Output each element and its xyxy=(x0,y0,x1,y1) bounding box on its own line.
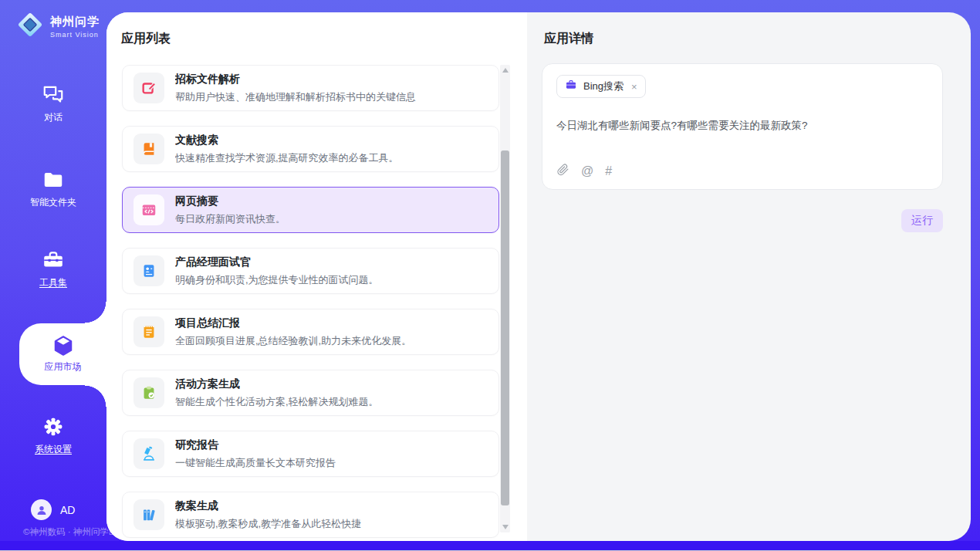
input-toolbar: @ # xyxy=(556,163,612,179)
toolbox-icon xyxy=(0,248,106,272)
app-desc: 模板驱动,教案秒成,教学准备从此轻松快捷 xyxy=(175,517,361,531)
sidebar-item-chat[interactable]: 对话 xyxy=(0,83,106,124)
browser-code-icon xyxy=(133,194,164,225)
folder-icon xyxy=(0,168,106,191)
sidebar: 神州问学 Smart Vision 对话 智能文件夹 xyxy=(0,0,106,541)
app-card-list: 招标文件解析 帮助用户快速、准确地理解和解析招标书中的关键信息 文献搜索 xyxy=(122,65,499,541)
app-name: 文献搜索 xyxy=(175,134,399,147)
app-detail-panel: 应用详情 Bing搜索 × 今日湖北有哪些新闻要点?有哪些需要关注的最新政策? xyxy=(527,12,971,541)
brand-logo-icon xyxy=(15,10,45,42)
app-name: 研究报告 xyxy=(175,438,336,452)
app-desc: 明确身份和职责,为您提供专业性的面试问题。 xyxy=(175,273,379,287)
app-card-web-summary[interactable]: 网页摘要 每日政府新闻资讯快查。 xyxy=(122,187,499,233)
paperclip-icon[interactable] xyxy=(556,163,569,179)
brand-tagline: Smart Vision xyxy=(50,31,100,39)
app-name: 招标文件解析 xyxy=(175,73,416,86)
sidebar-item-label: 智能文件夹 xyxy=(0,196,106,209)
sidebar-item-app-market[interactable]: 应用市场 xyxy=(19,323,106,385)
sidebar-item-label: 系统设置 xyxy=(0,443,106,456)
main-content: 应用列表 招标文件解析 帮助用户快速、准确地理解和解析招标书中的关键信息 xyxy=(106,12,971,541)
book-icon xyxy=(133,134,164,164)
cube-icon xyxy=(19,334,106,357)
app-desc: 智能生成个性化活动方案,轻松解决规划难题。 xyxy=(175,395,379,409)
query-input[interactable]: 今日湖北有哪些新闻要点?有哪些需要关注的最新政策? xyxy=(556,119,928,133)
user-name: AD xyxy=(60,504,75,516)
app-desc: 帮助用户快速、准确地理解和解析招标书中的关键信息 xyxy=(175,90,416,104)
sidebar-item-settings[interactable]: 系统设置 xyxy=(0,415,106,456)
app-list-title: 应用列表 xyxy=(121,31,171,47)
bottom-accent-bar xyxy=(0,541,980,550)
gear-icon xyxy=(0,415,106,438)
app-desc: 快速精准查找学术资源,提高研究效率的必备工具。 xyxy=(175,151,399,165)
app-list-panel: 应用列表 招标文件解析 帮助用户快速、准确地理解和解析招标书中的关键信息 xyxy=(106,12,527,541)
brand-name: 神州问学 xyxy=(50,15,100,29)
sidebar-item-label: 应用市场 xyxy=(19,360,106,374)
app-card-event-plan[interactable]: 活动方案生成 智能生成个性化活动方案,轻松解决规划难题。 xyxy=(122,370,499,416)
app-card-research-report[interactable]: 研究报告 一键智能生成高质量长文本研究报告 xyxy=(122,431,499,477)
edit-square-icon xyxy=(133,73,164,103)
scrollbar-thumb[interactable] xyxy=(501,150,509,505)
app-desc: 全面回顾项目进展,总结经验教训,助力未来优化发展。 xyxy=(175,334,411,348)
scroll-down-arrow-icon[interactable] xyxy=(500,522,510,532)
app-card-project-summary[interactable]: 项目总结汇报 全面回顾项目进展,总结经验教训,助力未来优化发展。 xyxy=(122,309,499,355)
app-name: 教案生成 xyxy=(175,499,361,513)
app-desc: 一键智能生成高质量长文本研究报告 xyxy=(175,456,336,470)
app-card-lesson-plan[interactable]: 教案生成 模板驱动,教案秒成,教学准备从此轻松快捷 xyxy=(122,492,499,538)
hash-icon[interactable]: # xyxy=(605,165,612,177)
tool-tag-bing-search[interactable]: Bing搜索 × xyxy=(556,75,646,98)
user-avatar-icon xyxy=(31,499,52,520)
scrollbar[interactable] xyxy=(500,65,510,532)
resume-icon xyxy=(133,255,164,286)
app-card-pm-interviewer[interactable]: 产品经理面试官 明确身份和职责,为您提供专业性的面试问题。 xyxy=(122,248,499,294)
user-account[interactable]: AD xyxy=(31,499,75,520)
app-card-literature-search[interactable]: 文献搜索 快速精准查找学术资源,提高研究效率的必备工具。 xyxy=(122,126,499,172)
prompt-card: Bing搜索 × 今日湖北有哪些新闻要点?有哪些需要关注的最新政策? @ # xyxy=(542,63,943,190)
pill-curve-top xyxy=(85,302,106,323)
sidebar-item-toolset[interactable]: 工具集 xyxy=(0,248,106,289)
app-desc: 每日政府新闻资讯快查。 xyxy=(175,212,286,226)
clipboard-check-icon xyxy=(133,377,164,408)
tool-tag-label: Bing搜索 xyxy=(583,79,623,93)
microscope-icon xyxy=(133,438,164,469)
app-name: 产品经理面试官 xyxy=(175,255,379,269)
at-icon[interactable]: @ xyxy=(581,165,593,177)
pill-curve-bottom xyxy=(85,385,106,407)
run-button[interactable]: 运行 xyxy=(901,209,943,232)
chat-icon xyxy=(0,83,106,106)
books-icon xyxy=(133,499,164,530)
app-name: 活动方案生成 xyxy=(175,377,379,391)
scroll-up-arrow-icon[interactable] xyxy=(500,65,510,76)
brand: 神州问学 Smart Vision xyxy=(15,10,100,42)
sidebar-item-smart-folder[interactable]: 智能文件夹 xyxy=(0,168,106,209)
sidebar-item-label: 工具集 xyxy=(0,276,106,289)
note-icon xyxy=(133,316,164,347)
tag-close-icon[interactable]: × xyxy=(630,82,637,92)
app-detail-title: 应用详情 xyxy=(544,31,593,47)
app-window: 神州问学 Smart Vision 对话 智能文件夹 xyxy=(0,0,980,551)
briefcase-icon xyxy=(565,79,577,94)
app-name: 项目总结汇报 xyxy=(175,316,411,330)
sidebar-item-label: 对话 xyxy=(0,111,106,124)
app-name: 网页摘要 xyxy=(175,194,286,208)
app-card-bid-analysis[interactable]: 招标文件解析 帮助用户快速、准确地理解和解析招标书中的关键信息 xyxy=(122,65,499,111)
